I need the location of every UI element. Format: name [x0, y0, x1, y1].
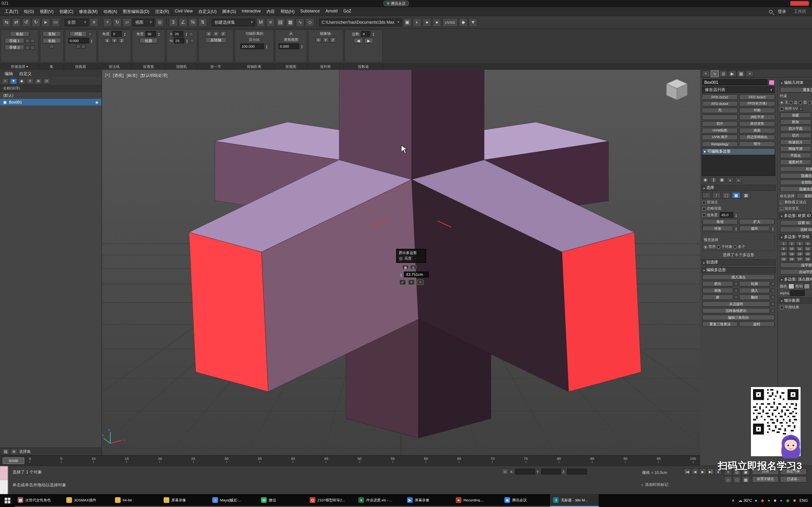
- search-icon[interactable]: [769, 10, 772, 13]
- stack-tool-icon[interactable]: ▣: [718, 177, 725, 183]
- tab-by-half[interactable]: 按一半: [198, 63, 234, 70]
- rollout-material-ids[interactable]: 多边形: 材质 ID: [779, 213, 812, 219]
- spinner[interactable]: [371, 32, 375, 36]
- toolbar-icon[interactable]: ▦: [286, 18, 295, 26]
- workspace-selector[interactable]: 工作区: [791, 7, 809, 15]
- toolbar-icon[interactable]: ▤: [276, 18, 285, 26]
- tab-by-pivot-distance[interactable]: 按轴距离: [234, 63, 274, 70]
- hide-unselected-button[interactable]: 隐藏未选定对象: [780, 186, 812, 192]
- hinge-from-edge-button[interactable]: 从边旋转: [702, 301, 770, 307]
- spinner[interactable]: [734, 213, 738, 217]
- extrude-type-button[interactable]: ▦: [402, 265, 409, 270]
- store1-grid-icon[interactable]: [31, 39, 35, 43]
- half-axis-y[interactable]: Y: [213, 31, 219, 36]
- preserve-uv-checkbox[interactable]: [780, 107, 783, 110]
- stack-tool-icon[interactable]: ×: [726, 177, 734, 183]
- time-slider[interactable]: 0/100 0510152025303540455055606570758085…: [0, 455, 700, 466]
- snap-icon[interactable]: ∠: [179, 18, 187, 26]
- menu-item[interactable]: Arnold: [323, 7, 340, 15]
- menu-item[interactable]: 内容: [264, 7, 277, 15]
- front-left-arm-selected-cap[interactable]: [189, 232, 268, 392]
- edit-geometry-button[interactable]: 切片: [780, 132, 811, 138]
- toolbar-icon[interactable]: ⇄: [12, 18, 21, 26]
- tray-icon[interactable]: ∧: [732, 498, 735, 503]
- mirror-axis-x[interactable]: X: [315, 37, 321, 43]
- spinner[interactable]: [123, 32, 126, 36]
- rollout-soft-selection[interactable]: 软选择: [701, 259, 775, 265]
- view-cube[interactable]: [663, 76, 691, 104]
- subobject-button[interactable]: ▢: [722, 192, 731, 199]
- edit-geometry-button[interactable]: 附加: [780, 119, 811, 125]
- tab-by-symmetry[interactable]: 按对称: [308, 63, 344, 70]
- normal-angle-field[interactable]: 0: [112, 31, 122, 37]
- y-coordinate-field[interactable]: [541, 469, 561, 474]
- menu-item[interactable]: 图形编辑器(D): [120, 7, 152, 15]
- start-button[interactable]: [0, 494, 14, 507]
- command-tab[interactable]: ▦: [737, 70, 745, 77]
- spinner[interactable]: [265, 44, 268, 48]
- extrude-along-spline-button[interactable]: 沿样条线挤出: [702, 308, 770, 313]
- render-icon[interactable]: ●: [432, 18, 441, 26]
- taskbar-app[interactable]: ○ Maya|贼近-...: [209, 494, 258, 507]
- explorer-row-box001[interactable]: ▣ Box001 ◉: [0, 99, 101, 106]
- settings-icon[interactable]: [771, 282, 775, 285]
- tray-icon[interactable]: ◉: [786, 498, 791, 503]
- modifier-button[interactable]: 涡轮平滑: [739, 114, 775, 120]
- taskbar-app[interactable]: W 微信: [258, 494, 307, 507]
- toolbar-icon[interactable]: ≡: [266, 18, 275, 26]
- caddy-apply-button[interactable]: [408, 279, 415, 285]
- visibility-eye-icon[interactable]: ◉: [95, 100, 98, 104]
- object-color-swatch[interactable]: [768, 79, 775, 85]
- explorer-tool-icon[interactable]: ×: [2, 78, 9, 84]
- rollout-vertex-colors[interactable]: 多边形: 顶点颜色: [779, 276, 812, 282]
- loop-button[interactable]: 循环: [739, 226, 770, 231]
- modifier-button[interactable]: FFD(长方体): [739, 101, 775, 107]
- settings-icon[interactable]: [771, 309, 775, 313]
- constraint-radio[interactable]: [780, 101, 783, 104]
- view-value-field[interactable]: 0.000: [278, 44, 299, 49]
- project-folder-field[interactable]: C:\Users\chen'hao\Documents\3ds Max 2021: [319, 18, 402, 26]
- tab-by-view[interactable]: 按视图: [274, 63, 308, 70]
- menu-item[interactable]: 动画(A): [101, 7, 120, 15]
- menu-item[interactable]: 工具(T): [2, 7, 21, 15]
- smoothing-group-button[interactable]: 9: [780, 246, 787, 251]
- smoothing-group-button[interactable]: 11: [796, 246, 804, 251]
- store2-button[interactable]: 存储 2: [5, 45, 24, 50]
- sets-icon[interactable]: [50, 45, 54, 49]
- viewport-menu[interactable]: [+]: [105, 73, 110, 78]
- menu-item[interactable]: 修改器(M): [77, 7, 100, 15]
- edit-poly-button[interactable]: 轮廓: [739, 281, 770, 287]
- surface-icon[interactable]: [81, 45, 86, 49]
- maxscript-mini-listener-pink[interactable]: [0, 466, 8, 480]
- set-key-button[interactable]: 设置关键点: [752, 476, 779, 483]
- toolbar-icon[interactable]: ◆: [459, 18, 467, 26]
- language-indicator[interactable]: ENG: [800, 498, 808, 503]
- settings-icon[interactable]: [771, 289, 775, 292]
- modifier-button[interactable]: UVW贴图: [702, 128, 738, 133]
- rollout-smoothing-groups[interactable]: 多边形: 平滑组: [779, 234, 812, 240]
- nav-button[interactable]: □: [733, 476, 741, 483]
- smoothing-group-button[interactable]: 28: [804, 257, 812, 261]
- stack-tool-icon[interactable]: ◉: [702, 177, 709, 183]
- toolbar-icon[interactable]: ↺: [22, 18, 31, 26]
- render-icon[interactable]: ●: [423, 18, 432, 26]
- spinner[interactable]: [300, 44, 304, 48]
- modifier-button[interactable]: FFD 4x4x4: [702, 101, 738, 107]
- taskbar-app[interactable]: 3DSMAX插件: [63, 494, 112, 507]
- explorer-menu-item[interactable]: 自定义: [17, 70, 34, 77]
- selection-lock-icon[interactable]: ⊙: [501, 468, 509, 475]
- paste-button[interactable]: 粘贴: [10, 31, 30, 37]
- concave-icon[interactable]: [88, 32, 92, 36]
- full-interactivity-checkbox[interactable]: [780, 207, 783, 210]
- menu-item[interactable]: 帮助(H): [278, 7, 297, 15]
- concave-button[interactable]: 凹面: [69, 31, 87, 37]
- delete-isolated-vertices-checkbox[interactable]: [780, 201, 783, 204]
- taskbar-app[interactable]: Q 2107模型班等2...: [307, 494, 355, 507]
- selection-set-icon[interactable]: ⊕: [10, 449, 18, 455]
- viewport-menu[interactable]: [透视]: [113, 73, 123, 78]
- tray-icon[interactable]: ◆: [761, 498, 765, 503]
- toolbar-icon[interactable]: ⇆: [2, 18, 11, 26]
- tab-stored-selections[interactable]: 存储选择 ▾: [0, 63, 40, 70]
- invert-axis-button[interactable]: 反转轴: [205, 37, 227, 43]
- toolbar-icon[interactable]: ▭: [51, 18, 60, 26]
